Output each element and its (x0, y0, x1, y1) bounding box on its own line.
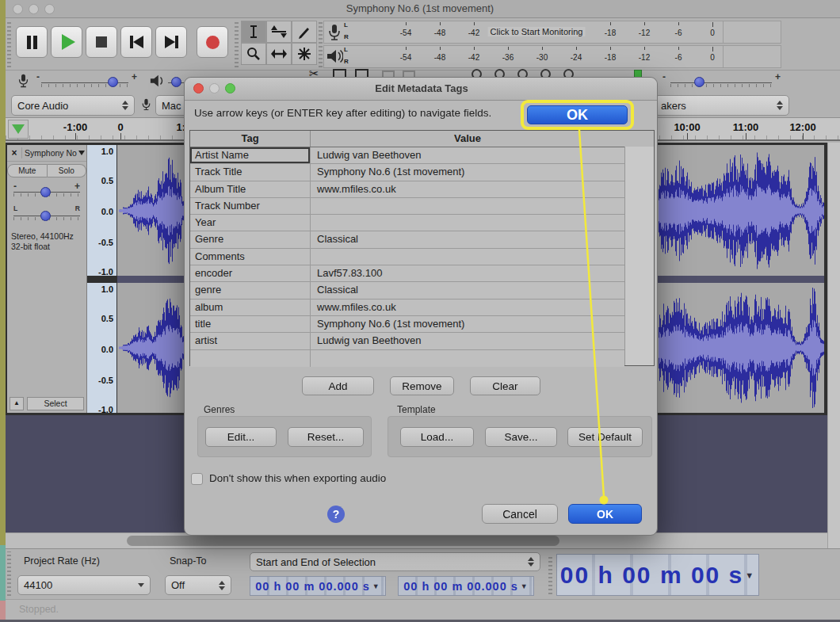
multi-tool[interactable] (292, 43, 317, 65)
genres-edit-button[interactable]: Edit... (205, 427, 277, 447)
table-scrollbar[interactable] (624, 147, 654, 365)
table-row[interactable]: Track TitleSymphony No.6 (1st movement) (190, 164, 654, 181)
selection-tool[interactable] (241, 21, 266, 43)
selection-grip[interactable] (7, 551, 11, 596)
selection-end-time[interactable]: 00 h 00 m 00.000 s ▼ (398, 576, 534, 596)
audio-position-time[interactable]: 00 h 00 m 00 s ▼ (556, 554, 759, 596)
table-row[interactable]: encoderLavf57.83.100 (190, 265, 654, 282)
remove-button[interactable]: Remove (390, 376, 454, 395)
select-track-button[interactable]: Select (27, 397, 84, 410)
right-slider[interactable] (670, 82, 772, 83)
play-button[interactable] (51, 26, 82, 58)
rec-scale-label: 0 (710, 29, 715, 37)
waveform-right-ch2[interactable] (659, 284, 824, 411)
tag-cell-selected[interactable]: Artist Name (190, 147, 311, 163)
table-row[interactable] (190, 350, 654, 367)
asterisk-icon (297, 47, 311, 61)
window-title: Symphony No.6 (1st movement) (346, 2, 494, 14)
right-slider-minus: - (662, 71, 666, 82)
zoom-window-icon[interactable] (44, 4, 55, 14)
help-icon[interactable]: ? (327, 506, 345, 523)
table-header-tag[interactable]: Tag (190, 131, 311, 147)
ruler-label: 0.5 (101, 314, 113, 323)
track-name[interactable]: Symphony No (22, 148, 77, 158)
genres-reset-button[interactable]: Reset... (288, 427, 364, 447)
dialog-minimize-icon[interactable] (209, 83, 220, 93)
time-format-dropdown-icon[interactable]: ▼ (372, 582, 380, 590)
table-row[interactable]: Album Titlewww.mfiles.co.uk (190, 181, 654, 198)
pause-button[interactable] (16, 26, 48, 58)
selection-mode-select[interactable]: Start and End of Selection (250, 552, 540, 571)
time-format-dropdown-icon[interactable]: ▼ (521, 582, 529, 590)
record-button[interactable] (197, 26, 228, 58)
right-slider-thumb[interactable] (694, 77, 704, 87)
table-row[interactable]: GenreClassical (190, 231, 654, 248)
timeshift-tool[interactable] (266, 43, 292, 65)
play-scale-label: 0 (710, 53, 715, 62)
table-row[interactable]: genreClassical (190, 282, 654, 299)
output-device-select[interactable]: akers (655, 95, 789, 116)
time-toolbar-grip[interactable] (548, 555, 552, 594)
dialog-close-icon[interactable] (193, 83, 204, 93)
playback-volume-speaker-icon (149, 74, 165, 88)
zoom-tool[interactable] (241, 43, 266, 65)
envelope-tool[interactable] (266, 21, 292, 43)
table-row[interactable]: albumwww.mfiles.co.uk (190, 300, 654, 316)
ok-button[interactable]: OK (568, 504, 642, 524)
table-row[interactable]: Artist NameLudwig van Beethoven (190, 147, 654, 164)
vertical-ruler-ch2[interactable]: 1.0 0.5 0.0 -0.5 -1.0 (87, 283, 117, 413)
stop-button[interactable] (86, 26, 117, 58)
recording-volume-thumb[interactable] (108, 77, 118, 87)
collapse-track-button[interactable]: ▲ (10, 397, 24, 410)
audio-host-select[interactable]: Core Audio (11, 95, 135, 116)
gain-slider-thumb[interactable] (40, 187, 51, 197)
selection-start-time[interactable]: 00 h 00 m 00.000 s ▼ (250, 576, 386, 596)
track-menu-icon[interactable] (78, 151, 85, 155)
table-row[interactable]: Year (190, 215, 654, 231)
dialog-titlebar[interactable]: Edit Metadata Tags (185, 78, 657, 101)
vertical-ruler-ch1[interactable]: 1.0 0.5 0.0 -0.5 -1.0 (87, 145, 117, 276)
ok-button-callout-face[interactable]: OK (527, 105, 628, 124)
table-row[interactable]: Track Number (190, 198, 654, 215)
playback-volume-thumb[interactable] (171, 77, 181, 87)
close-track-icon[interactable]: × (7, 147, 22, 158)
rec-scale-label: -18 (605, 29, 616, 37)
meter-grip[interactable] (319, 21, 323, 67)
table-row[interactable]: Comments (190, 249, 654, 265)
clear-button[interactable]: Clear (470, 376, 540, 395)
close-window-icon[interactable] (13, 4, 23, 14)
draw-tool[interactable] (292, 21, 317, 43)
skip-end-button[interactable] (155, 26, 187, 58)
transport-grip[interactable] (7, 21, 11, 67)
snap-to-select[interactable]: Off (165, 575, 231, 595)
waveform-right-ch1[interactable] (659, 147, 824, 274)
play-scale-label: -24 (571, 53, 582, 62)
ok-button-callout[interactable]: OK (521, 100, 634, 130)
tools-grip[interactable] (235, 21, 239, 67)
waveform-left-ch1[interactable] (119, 147, 184, 274)
monitoring-message[interactable]: Click to Start Monitoring (488, 27, 586, 36)
mute-button[interactable]: Mute (7, 164, 48, 177)
input-device-mic-icon (141, 97, 151, 113)
horizontal-scrollbar-thumb[interactable] (127, 536, 559, 546)
minimize-window-icon[interactable] (29, 4, 39, 14)
template-load-button[interactable]: Load... (400, 427, 474, 447)
dialog-zoom-icon[interactable] (225, 83, 235, 93)
pinned-playhead-button[interactable] (8, 120, 29, 139)
project-rate-select[interactable]: 44100 (17, 575, 151, 595)
add-button[interactable]: Add (302, 376, 374, 395)
skip-start-button[interactable] (120, 26, 152, 58)
dont-show-checkbox[interactable] (191, 473, 203, 485)
table-row[interactable]: artistLudwig van Beethoven (190, 333, 654, 349)
vertical-scrollbar[interactable] (827, 143, 840, 548)
table-row[interactable]: titleSymphony No.6 (1st movement) (190, 316, 654, 333)
dialog-instruction: Use arrow keys (or ENTER key after editi… (194, 107, 491, 119)
cancel-button[interactable]: Cancel (482, 504, 558, 524)
time-format-dropdown-icon[interactable]: ▼ (745, 570, 755, 580)
template-save-button[interactable]: Save... (485, 427, 557, 447)
template-set-default-button[interactable]: Set Default (567, 427, 643, 447)
solo-button[interactable]: Solo (48, 164, 87, 177)
pan-slider-thumb[interactable] (40, 211, 51, 221)
table-header-value[interactable]: Value (311, 131, 624, 147)
waveform-left-ch2[interactable] (119, 284, 184, 411)
